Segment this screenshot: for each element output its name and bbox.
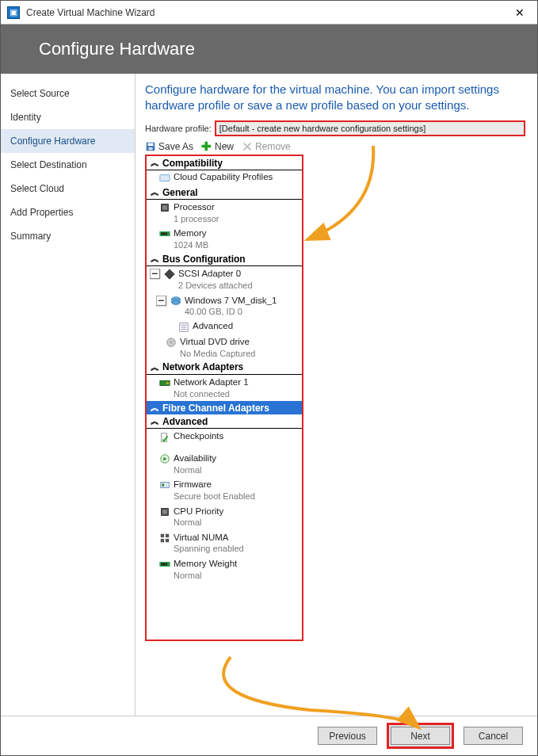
- banner: Configure Hardware: [1, 25, 537, 74]
- step-add-properties[interactable]: Add Properties: [1, 200, 135, 224]
- intro-text: Configure hardware for the virtual machi…: [145, 82, 525, 113]
- remove-button: Remove: [242, 141, 291, 152]
- item-nic1[interactable]: Network Adapter 1Not connected: [147, 375, 302, 401]
- next-button-highlight: Next: [387, 723, 454, 749]
- item-processor[interactable]: Processor1 processor: [147, 200, 302, 226]
- svg-rect-35: [161, 539, 164, 542]
- new-button[interactable]: ✚ New: [201, 141, 234, 152]
- chevron-up-icon: ︽: [150, 253, 159, 265]
- previous-button[interactable]: Previous: [318, 727, 377, 745]
- cpu-icon: [159, 506, 170, 517]
- titlebar: ▣ Create Virtual Machine Wizard ✕: [1, 1, 537, 25]
- item-firmware[interactable]: FirmwareSecure boot Enabled: [147, 477, 302, 503]
- item-numa[interactable]: Virtual NUMASpanning enabled: [147, 530, 302, 556]
- item-checkpoints[interactable]: Checkpoints: [147, 429, 302, 451]
- footer: Previous Next Cancel: [1, 716, 537, 755]
- svg-rect-7: [162, 232, 163, 235]
- svg-rect-5: [162, 205, 166, 209]
- chevron-up-icon: ︽: [150, 402, 159, 414]
- svg-rect-33: [161, 533, 164, 536]
- svg-rect-3: [160, 175, 170, 181]
- svg-rect-9: [166, 232, 167, 235]
- svg-rect-30: [162, 484, 165, 487]
- save-as-button[interactable]: Save As: [145, 141, 193, 152]
- firmware-icon: [159, 479, 170, 491]
- numa-icon: [159, 533, 170, 544]
- advanced-icon: [178, 322, 189, 333]
- svg-rect-29: [161, 483, 170, 488]
- step-identity[interactable]: Identity: [1, 105, 135, 129]
- svg-rect-25: [166, 382, 170, 384]
- svg-marker-12: [165, 269, 174, 279]
- item-dvd[interactable]: Virtual DVD driveNo Media Captured: [147, 334, 302, 361]
- section-bus[interactable]: ︽Bus Configuration: [147, 252, 302, 266]
- hardware-tree[interactable]: ︽Compatibility Cloud Capability Profiles…: [145, 155, 303, 641]
- scsi-icon: [164, 269, 175, 280]
- expand-icon[interactable]: [150, 269, 161, 280]
- step-summary[interactable]: Summary: [1, 224, 135, 248]
- nic-icon: [159, 377, 170, 388]
- svg-rect-32: [162, 510, 166, 514]
- close-button[interactable]: ✕: [502, 1, 537, 25]
- banner-title: Configure Hardware: [39, 39, 195, 59]
- svg-rect-34: [166, 533, 169, 536]
- chevron-up-icon: ︽: [150, 157, 159, 169]
- item-memory-weight[interactable]: Memory WeightNormal: [147, 556, 302, 582]
- section-fibre[interactable]: ︽Fibre Channel Adapters: [147, 401, 302, 414]
- item-cloud-profiles[interactable]: Cloud Capability Profiles: [147, 170, 302, 185]
- svg-point-23: [170, 341, 173, 343]
- cloud-icon: [159, 173, 170, 184]
- toolbar: Save As ✚ New Remove: [145, 141, 525, 152]
- item-cpu-priority[interactable]: CPU PriorityNormal: [147, 504, 302, 530]
- next-button[interactable]: Next: [391, 727, 450, 745]
- memory-icon: [159, 559, 170, 570]
- save-icon: [145, 141, 156, 152]
- step-select-source[interactable]: Select Source: [1, 82, 135, 105]
- item-scsi[interactable]: SCSI Adapter 02 Devices attached: [147, 266, 302, 292]
- checkpoints-icon: [159, 432, 170, 443]
- cpu-icon: [159, 202, 170, 213]
- step-configure-hardware[interactable]: Configure Hardware: [1, 129, 135, 153]
- item-availability[interactable]: AvailabilityNormal: [147, 451, 302, 477]
- item-disk[interactable]: Windows 7 VM_disk_140.00 GB, ID 0: [147, 293, 302, 319]
- step-select-cloud[interactable]: Select Cloud: [1, 177, 135, 200]
- app-icon: ▣: [7, 6, 20, 19]
- svg-rect-39: [163, 563, 165, 566]
- section-general[interactable]: ︽General: [147, 185, 302, 200]
- step-select-destination[interactable]: Select Destination: [1, 153, 135, 177]
- svg-rect-40: [166, 563, 167, 566]
- section-advanced[interactable]: ︽Advanced: [147, 414, 302, 429]
- window-title: Create Virtual Machine Wizard: [26, 7, 502, 18]
- chevron-up-icon: ︽: [150, 186, 159, 198]
- profile-value: [Default - create new hardware configura…: [219, 124, 425, 133]
- wizard-steps: Select Source Identity Configure Hardwar…: [1, 74, 135, 716]
- chevron-up-icon: ︽: [150, 361, 159, 373]
- svg-point-17: [172, 300, 181, 304]
- svg-rect-38: [162, 563, 163, 566]
- remove-icon: [242, 141, 253, 152]
- svg-rect-36: [166, 539, 169, 542]
- svg-rect-8: [163, 232, 165, 235]
- section-compatibility[interactable]: ︽Compatibility: [147, 156, 302, 170]
- availability-icon: [159, 453, 170, 464]
- expand-icon[interactable]: [156, 296, 167, 307]
- section-network[interactable]: ︽Network Adapters: [147, 361, 302, 375]
- item-disk-advanced[interactable]: Advanced: [147, 319, 302, 334]
- dvd-icon: [166, 337, 177, 348]
- memory-icon: [159, 228, 170, 239]
- cancel-button[interactable]: Cancel: [464, 727, 523, 745]
- hardware-profile-dropdown[interactable]: [Default - create new hardware configura…: [215, 120, 525, 136]
- item-memory[interactable]: Memory1024 MB: [147, 226, 302, 252]
- disk-icon: [170, 296, 181, 307]
- svg-rect-2: [148, 147, 152, 151]
- svg-rect-1: [148, 143, 154, 147]
- plus-icon: ✚: [201, 140, 212, 151]
- chevron-up-icon: ︽: [150, 415, 159, 427]
- profile-label: Hardware profile:: [145, 124, 212, 133]
